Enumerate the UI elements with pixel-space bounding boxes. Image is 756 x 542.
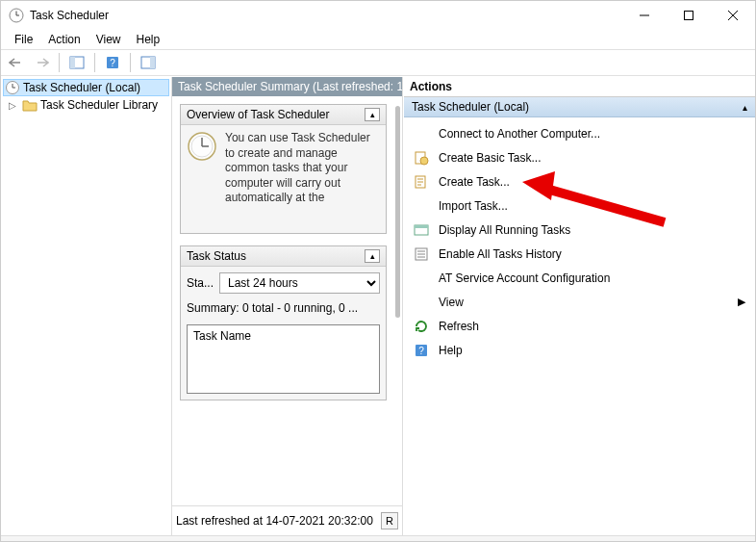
history-icon bbox=[414, 246, 429, 262]
blank-icon bbox=[414, 271, 429, 286]
action-enable-history[interactable]: Enable All Tasks History bbox=[404, 242, 755, 266]
titlebar: Task Scheduler bbox=[1, 1, 755, 30]
task-list[interactable]: Task Name bbox=[187, 324, 380, 394]
console-tree-pane: Task Scheduler (Local) ▷ Task Scheduler … bbox=[1, 77, 172, 535]
svg-point-21 bbox=[420, 157, 428, 165]
last-refreshed-text: Last refreshed at 14-07-2021 20:32:00 bbox=[176, 514, 373, 528]
collapse-arrow-icon: ▴ bbox=[743, 102, 747, 113]
folder-icon bbox=[22, 97, 38, 113]
action-view[interactable]: View ▶ bbox=[404, 290, 755, 314]
toolbar-divider bbox=[94, 53, 95, 72]
close-button[interactable] bbox=[711, 1, 755, 30]
status-label: Sta... bbox=[187, 276, 214, 290]
task-status-panel: Task Status ▴ Sta... Last 24 hours Summa… bbox=[180, 245, 387, 400]
taskname-column-header: Task Name bbox=[193, 329, 251, 343]
action-create-task[interactable]: Create Task... bbox=[404, 169, 755, 194]
menu-help[interactable]: Help bbox=[129, 31, 168, 48]
action-at-service-config[interactable]: AT Service Account Configuration bbox=[404, 266, 755, 290]
action-import-task[interactable]: Import Task... bbox=[404, 194, 755, 218]
action-create-basic-task[interactable]: Create Basic Task... bbox=[404, 145, 755, 169]
tree-root-task-scheduler-local[interactable]: Task Scheduler (Local) bbox=[3, 79, 169, 96]
scrollbar-thumb[interactable] bbox=[395, 106, 400, 318]
expand-icon[interactable]: ▷ bbox=[9, 100, 19, 111]
menubar: File Action View Help bbox=[1, 30, 755, 49]
running-tasks-icon bbox=[414, 222, 429, 238]
toolbar-divider bbox=[130, 53, 131, 72]
task-status-title: Task Status bbox=[187, 249, 246, 263]
statusbar bbox=[1, 535, 755, 541]
actions-group-header[interactable]: Task Scheduler (Local) ▴ bbox=[404, 97, 755, 117]
blank-icon bbox=[414, 198, 429, 214]
toolbar-divider bbox=[59, 53, 60, 72]
overview-text: You can use Task Scheduler to create and… bbox=[225, 131, 380, 227]
menu-view[interactable]: View bbox=[88, 31, 129, 48]
refresh-icon bbox=[414, 319, 429, 334]
svg-rect-12 bbox=[150, 57, 155, 68]
action-refresh[interactable]: Refresh bbox=[404, 314, 755, 338]
action-help[interactable]: ? Help bbox=[404, 338, 755, 362]
overview-title: Overview of Task Scheduler bbox=[187, 108, 330, 121]
minimize-button[interactable] bbox=[622, 1, 667, 30]
help-icon: ? bbox=[414, 343, 429, 358]
summary-header: Task Scheduler Summary (Last refreshed: … bbox=[172, 77, 402, 96]
status-summary: Summary: 0 total - 0 running, 0 ... bbox=[187, 301, 380, 315]
show-hide-console-tree-button[interactable] bbox=[65, 52, 88, 73]
status-range-select[interactable]: Last 24 hours bbox=[219, 272, 380, 294]
svg-text:?: ? bbox=[110, 58, 115, 68]
blank-icon bbox=[414, 295, 429, 310]
refresh-small-button[interactable]: R bbox=[381, 512, 398, 529]
svg-text:?: ? bbox=[418, 346, 424, 356]
action-display-running-tasks[interactable]: Display All Running Tasks bbox=[404, 218, 755, 242]
menu-file[interactable]: File bbox=[7, 31, 40, 48]
collapse-button[interactable]: ▴ bbox=[365, 108, 380, 121]
window-title: Task Scheduler bbox=[30, 9, 109, 22]
tree-child-library[interactable]: ▷ Task Scheduler Library bbox=[3, 96, 169, 114]
submenu-arrow-icon: ▶ bbox=[738, 296, 745, 308]
summary-pane: Task Scheduler Summary (Last refreshed: … bbox=[172, 77, 403, 535]
overview-clock-icon bbox=[187, 131, 217, 162]
action-connect-computer[interactable]: Connect to Another Computer... bbox=[404, 121, 755, 145]
back-button[interactable] bbox=[5, 52, 28, 73]
task-wizard-icon bbox=[414, 150, 429, 166]
clock-icon bbox=[5, 80, 20, 95]
tree-root-label: Task Scheduler (Local) bbox=[23, 81, 140, 94]
task-icon bbox=[414, 174, 429, 190]
summary-footer: Last refreshed at 14-07-2021 20:32:00 R bbox=[172, 505, 402, 535]
app-clock-icon bbox=[9, 8, 24, 23]
actions-group-label: Task Scheduler (Local) bbox=[412, 100, 529, 114]
actions-header: Actions bbox=[404, 77, 755, 97]
svg-rect-8 bbox=[70, 57, 75, 68]
toolbar: ? bbox=[1, 49, 755, 76]
help-toolbar-button[interactable]: ? bbox=[101, 52, 124, 73]
collapse-button[interactable]: ▴ bbox=[365, 249, 380, 263]
actions-pane: Actions Task Scheduler (Local) ▴ Connect… bbox=[403, 77, 755, 535]
show-hide-action-pane-button[interactable] bbox=[137, 52, 160, 73]
menu-action[interactable]: Action bbox=[40, 31, 88, 48]
maximize-button[interactable] bbox=[667, 1, 711, 30]
tree-child-label: Task Scheduler Library bbox=[40, 98, 158, 112]
svg-rect-24 bbox=[415, 225, 428, 228]
forward-button[interactable] bbox=[30, 52, 53, 73]
blank-icon bbox=[414, 126, 429, 142]
svg-rect-4 bbox=[685, 12, 693, 20]
overview-panel: Overview of Task Scheduler ▴ You can use… bbox=[180, 104, 387, 234]
